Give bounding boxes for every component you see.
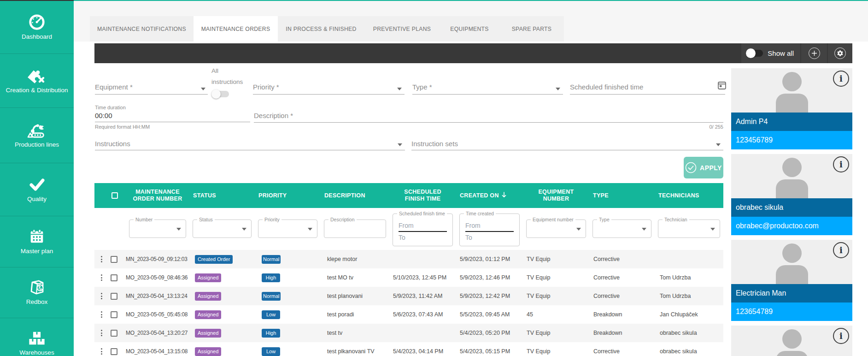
table-filter-row: NumberStatusPriorityDescriptionScheduled… (94, 208, 723, 250)
info-button[interactable]: i (833, 156, 849, 172)
tab-equipments[interactable]: EQUIPMENTS (440, 16, 499, 42)
info-button[interactable]: i (833, 328, 849, 344)
cell-created-on: 5/9/2023, 12:42 PM (456, 287, 523, 305)
cell-description: test planovani (321, 287, 389, 305)
sidebar-item-label: Redbox (26, 298, 48, 305)
equipment-label: Equipment * (95, 83, 133, 91)
row-checkbox[interactable] (111, 311, 117, 318)
all-instructions-toggle[interactable] (211, 89, 229, 96)
type-label: Type * (412, 83, 432, 91)
column-header-number[interactable]: MAINTENANCE ORDER NUMBER (126, 183, 189, 208)
table-row: MN_2023-05-04_13:13:24AssignedNormaltest… (94, 287, 723, 305)
column-header-scheduled-finish-time[interactable]: SCHEDULED FINISH TIME (389, 183, 456, 208)
range-from-input[interactable]: From (399, 222, 447, 229)
filter-description-input[interactable]: Description (324, 220, 386, 238)
gear-icon (837, 50, 844, 57)
filter-type-select[interactable]: Type (592, 220, 651, 238)
sidebar-item-dashboard[interactable]: Dashboard (0, 1, 74, 53)
description-input[interactable]: Description * (254, 112, 293, 120)
sidebar-item-quality[interactable]: Quality (0, 163, 74, 216)
filter-checkbox-spacer (108, 208, 126, 250)
show-all-section: Show all (741, 43, 800, 63)
tab-maintenance-orders[interactable]: MAINTENANCE ORDERS (194, 16, 278, 42)
instructions-select[interactable]: Instructions (95, 140, 130, 148)
cell-maintenance-order-number: MO_2023-05-09_08:46:36 (126, 268, 189, 287)
column-header-type[interactable]: TYPE (589, 183, 655, 208)
cell-status: Created Order (189, 250, 255, 268)
row-checkbox[interactable] (111, 330, 117, 337)
row-checkbox[interactable] (111, 293, 117, 300)
info-icon: i (839, 331, 843, 341)
row-checkbox[interactable] (111, 348, 117, 355)
creation-distribution-icon (28, 68, 46, 83)
range-from-input[interactable]: From (465, 222, 514, 229)
calendar-icon[interactable] (717, 81, 727, 90)
row-menu-button[interactable] (101, 256, 102, 262)
column-header-technicians[interactable]: TECHNICIANS (655, 183, 723, 208)
range-to-input[interactable]: To (465, 234, 514, 241)
priority-select[interactable]: Priority * (253, 83, 279, 91)
cell-priority: Normal (255, 287, 321, 305)
row-checkbox[interactable] (111, 256, 117, 263)
time-duration-input[interactable]: 00:00 (95, 112, 112, 119)
column-header-description[interactable]: DESCRIPTION (321, 183, 389, 208)
table-body: MN_2023-05-09_09:12:03Created OrderNorma… (94, 250, 723, 356)
select-all-checkbox[interactable] (111, 192, 118, 199)
row-menu-cell (94, 324, 108, 342)
range-to-input[interactable]: To (399, 234, 447, 241)
table-row: MO_2023-05-04_13:15:08AssignedLowtest pl… (94, 342, 723, 356)
add-button[interactable] (809, 47, 820, 59)
tab-in-process-finished[interactable]: IN PROCESS & FINISHED (278, 16, 364, 42)
sidebar-item-creation-distribution[interactable]: Creation & Distribution (0, 53, 74, 107)
contact-card: iAdmin P4123456789 (731, 68, 852, 149)
row-menu-button[interactable] (101, 311, 102, 318)
filter-cell: Number (126, 208, 189, 250)
all-instructions-label-line2: instructions (211, 78, 243, 85)
cell-description: test plkanovani TV (321, 342, 389, 356)
column-header-status[interactable]: STATUS (189, 183, 255, 208)
row-menu-cell (94, 342, 108, 356)
column-header-priority[interactable]: PRIORITY (255, 183, 321, 208)
instructions-caret-icon (398, 143, 402, 146)
sidebar-item-warehouses[interactable]: Warehouses (0, 318, 74, 356)
cell-type: Corrective (589, 250, 655, 268)
filter-equipment-number-select[interactable]: Equipment number (526, 220, 586, 238)
priority-badge: Normal (262, 255, 281, 264)
row-menu-button[interactable] (101, 293, 102, 299)
sidebar-item-production-lines[interactable]: Production lines (0, 107, 74, 163)
apply-button[interactable]: APPLY (684, 157, 723, 178)
filter-number-select[interactable]: Number (129, 220, 186, 238)
row-checkbox[interactable] (111, 274, 117, 281)
sidebar-item-redbox[interactable]: Redbox (0, 267, 74, 318)
settings-button[interactable] (834, 47, 846, 59)
sort-desc-arrow-icon (502, 192, 506, 200)
show-all-toggle[interactable] (746, 50, 763, 57)
cell-priority: High (255, 324, 321, 342)
time-duration-underline (95, 122, 250, 122)
sidebar-item-master-plan[interactable]: Master plan (0, 216, 74, 267)
column-header-label: SCHEDULED FINISH TIME (395, 189, 451, 202)
instruction-sets-select[interactable]: Instruction sets (411, 140, 458, 148)
tab-maintenance-notifications[interactable]: MAINTENANCE NOTIFICATIONS (90, 16, 194, 42)
row-menu-button[interactable] (101, 330, 102, 336)
filter-priority-select[interactable]: Priority (258, 220, 317, 238)
cell-type: Breakdown (589, 324, 655, 342)
type-select[interactable]: Type * (412, 83, 432, 91)
column-header-created-on[interactable]: CREATED ON (456, 183, 523, 208)
tab-spare-parts[interactable]: SPARE PARTS (499, 16, 564, 42)
scheduled-finished-time-field[interactable]: Scheduled finished time (570, 83, 643, 91)
filter-status-select[interactable]: Status (193, 220, 252, 238)
row-menu-button[interactable] (101, 348, 102, 355)
filter-scheduled-finish-time-range[interactable]: Scheduled finish timeFromTo (393, 214, 453, 246)
filter-time-created-range[interactable]: Time createdFromTo (459, 214, 520, 246)
column-header-equipment-number[interactable]: EQUIPMENT NUMBER (523, 183, 589, 208)
info-button[interactable]: i (833, 242, 849, 258)
tab-preventive-plans[interactable]: PREVENTIVE PLANS (364, 16, 440, 42)
equipment-select[interactable]: Equipment * (95, 83, 133, 91)
row-menu-button[interactable] (101, 274, 102, 281)
cell-type: Corrective (589, 268, 655, 287)
cell-status: Assigned (189, 324, 255, 342)
info-button[interactable]: i (833, 71, 849, 87)
filter-technician-select[interactable]: Technician (658, 220, 720, 238)
table-row: MO_2023-05-09_08:46:36AssignedHightest M… (94, 268, 723, 287)
